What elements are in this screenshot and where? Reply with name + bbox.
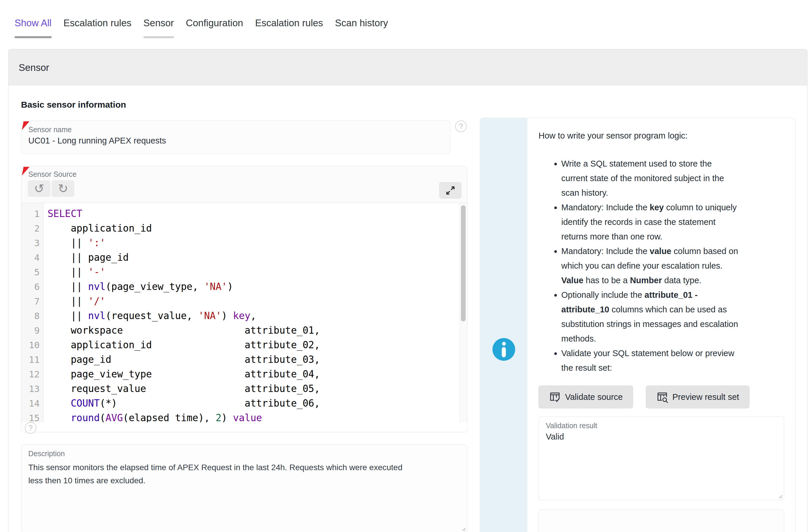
line-number: 11: [21, 352, 40, 367]
validation-result-value: Valid: [539, 430, 784, 442]
line-number: 15: [21, 411, 40, 422]
line-number: 8: [21, 309, 40, 323]
code-line: || '/': [48, 294, 467, 309]
undo-icon: ↺: [34, 182, 44, 196]
tab-underline: [64, 36, 132, 38]
help-bullet-list: Write a SQL statement used to store the …: [538, 156, 739, 375]
line-number: 10: [21, 338, 40, 352]
tab-underline: [15, 36, 52, 38]
validation-result-field[interactable]: Validation result Valid: [538, 417, 784, 500]
help-bullet: Mandatory: Include the value column base…: [561, 244, 739, 287]
sensor-source-label: Sensor Source: [28, 170, 467, 178]
sql-code[interactable]: SELECT application_id || ':' || page_id …: [44, 203, 467, 422]
tab-bar: Show AllEscalation rulesSensorConfigurat…: [15, 17, 388, 38]
tab-label: Show All: [15, 17, 52, 29]
info-icon: [492, 338, 515, 361]
redo-button[interactable]: ↻: [52, 180, 74, 197]
tab-label: Escalation rules: [64, 17, 132, 29]
sensor-source-field: Sensor Source ↺ ↻ 123456789101112131415 …: [21, 166, 467, 432]
region-title: Sensor: [9, 49, 807, 86]
description-value[interactable]: This sensor monitors the elapsed time of…: [21, 461, 467, 487]
expand-editor-button[interactable]: [439, 182, 461, 199]
line-number: 5: [21, 265, 40, 279]
sensor-name-label: Sensor name: [21, 121, 450, 134]
code-line: || nvl(request_value, 'NA') key,: [48, 309, 467, 323]
line-number: 14: [21, 396, 40, 411]
tab-underline: [186, 36, 243, 38]
line-number: 2: [21, 221, 40, 236]
line-number: 3: [21, 236, 40, 250]
resize-grip-icon[interactable]: [460, 526, 465, 531]
tab-show-all[interactable]: Show All: [15, 17, 52, 38]
tab-sensor[interactable]: Sensor: [143, 17, 174, 38]
help-bullet: Write a SQL statement used to store the …: [561, 156, 739, 200]
sensor-name-value[interactable]: UC01 - Long running APEX requests: [21, 134, 450, 145]
description-label: Description: [21, 445, 467, 458]
redo-icon: ↻: [58, 182, 68, 196]
tab-label: Sensor: [143, 17, 174, 29]
action-buttons: Validate sourcePreview result set: [538, 386, 784, 408]
description-line: This sensor monitors the elapsed time of…: [28, 461, 467, 474]
preview-result-set-button[interactable]: Preview result set: [646, 386, 749, 408]
button-label: Validate source: [565, 392, 623, 402]
code-line: page_id attribute_03,: [48, 352, 467, 367]
button-label: Preview result set: [672, 392, 739, 402]
line-number: 12: [21, 367, 40, 381]
line-number: 6: [21, 279, 40, 294]
validate-source-button[interactable]: Validate source: [538, 386, 633, 408]
tab-underline: [335, 36, 388, 38]
tab-label: Escalation rules: [255, 17, 323, 29]
code-line: || '-': [48, 265, 467, 279]
tab-configuration[interactable]: Configuration: [186, 17, 243, 38]
undo-button[interactable]: ↺: [28, 180, 50, 197]
tab-escalation-rules[interactable]: Escalation rules: [255, 17, 323, 38]
code-line: application_id attribute_02,: [48, 338, 467, 352]
description-line: less then 10 times are excluded.: [28, 474, 467, 487]
code-line: || nvl(page_view_type, 'NA'): [48, 279, 467, 294]
help-bullet: Mandatory: Include the key column to uni…: [561, 200, 739, 244]
sensor-name-field[interactable]: Sensor name UC01 - Long running APEX req…: [21, 121, 450, 154]
line-number: 9: [21, 323, 40, 338]
next-field-partial: [538, 510, 784, 532]
editor-scrollbar[interactable]: [459, 203, 467, 422]
validation-result-label: Validation result: [539, 417, 784, 430]
code-line: page_view_type attribute_04,: [48, 367, 467, 381]
help-heading: How to write your sensor program logic:: [538, 131, 784, 141]
tab-escalation-rules[interactable]: Escalation rules: [64, 17, 132, 38]
line-number: 4: [21, 250, 40, 265]
tab-label: Configuration: [186, 17, 243, 29]
editor-scrollbar-thumb[interactable]: [461, 205, 465, 322]
code-line: request_value attribute_05,: [48, 381, 467, 396]
code-line: application_id: [48, 221, 467, 236]
code-line: round(AVG(elapsed time), 2) value: [48, 411, 467, 422]
help-bullet: Validate your SQL statement below or pre…: [561, 346, 739, 375]
code-line: || ':': [48, 236, 467, 250]
code-editor[interactable]: 123456789101112131415 SELECT application…: [21, 203, 467, 422]
line-number-gutter: 123456789101112131415: [21, 203, 44, 422]
info-strip: [480, 118, 527, 532]
table-search-icon: [656, 391, 668, 403]
description-field[interactable]: Description This sensor monitors the ela…: [21, 444, 467, 532]
line-number: 7: [21, 294, 40, 309]
tab-underline: [255, 36, 323, 38]
table-check-icon: [549, 391, 561, 403]
help-icon[interactable]: ?: [25, 422, 36, 434]
line-number: 1: [21, 206, 40, 221]
help-panel: How to write your sensor program logic: …: [480, 118, 796, 532]
help-icon[interactable]: ?: [455, 121, 467, 132]
help-bullet: Optionally include the attribute_01 - at…: [561, 287, 739, 346]
tab-underline: [143, 36, 174, 38]
code-line: SELECT: [48, 206, 467, 221]
section-heading: Basic sensor information: [21, 100, 807, 110]
code-line: COUNT(*) attribute_06,: [48, 396, 467, 411]
tab-scan-history[interactable]: Scan history: [335, 17, 388, 38]
line-number: 13: [21, 381, 40, 396]
code-line: || page_id: [48, 250, 467, 265]
resize-grip-icon[interactable]: [777, 493, 782, 499]
tab-label: Scan history: [335, 17, 388, 29]
expand-icon: [445, 185, 456, 196]
code-line: workspace attribute_01,: [48, 323, 467, 338]
